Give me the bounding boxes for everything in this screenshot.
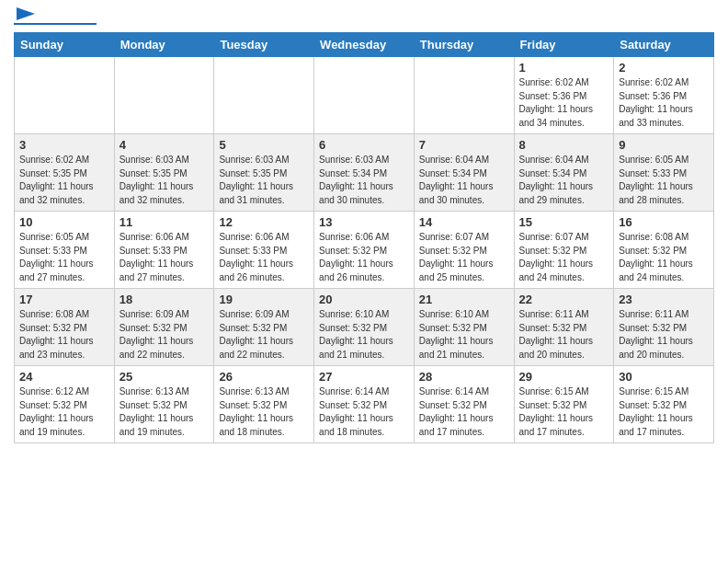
calendar-cell: 17Sunrise: 6:08 AM Sunset: 5:32 PM Dayli… [15,289,115,366]
day-number: 21 [419,293,509,306]
calendar-cell: 13Sunrise: 6:06 AM Sunset: 5:32 PM Dayli… [314,212,415,289]
calendar-cell [314,57,415,134]
calendar-cell: 28Sunrise: 6:14 AM Sunset: 5:32 PM Dayli… [414,366,514,443]
day-number: 26 [219,370,309,384]
day-number: 12 [219,215,309,229]
day-info: Sunrise: 6:13 AM Sunset: 5:32 PM Dayligh… [219,385,309,439]
day-info: Sunrise: 6:02 AM Sunset: 5:36 PM Dayligh… [519,76,609,130]
calendar-cell: 14Sunrise: 6:07 AM Sunset: 5:32 PM Dayli… [414,212,514,289]
calendar-cell: 16Sunrise: 6:08 AM Sunset: 5:32 PM Dayli… [614,212,714,289]
calendar-cell: 29Sunrise: 6:15 AM Sunset: 5:32 PM Dayli… [514,366,614,443]
day-info: Sunrise: 6:08 AM Sunset: 5:32 PM Dayligh… [19,308,109,362]
col-header-thursday: Thursday [414,33,514,57]
calendar-cell: 30Sunrise: 6:15 AM Sunset: 5:32 PM Dayli… [614,366,714,443]
calendar-cell: 11Sunrise: 6:06 AM Sunset: 5:33 PM Dayli… [114,212,214,289]
col-header-sunday: Sunday [15,33,115,57]
calendar-cell: 8Sunrise: 6:04 AM Sunset: 5:34 PM Daylig… [514,134,614,212]
day-info: Sunrise: 6:06 AM Sunset: 5:33 PM Dayligh… [219,231,309,284]
day-number: 7 [419,138,509,152]
day-info: Sunrise: 6:14 AM Sunset: 5:32 PM Dayligh… [319,385,409,439]
day-info: Sunrise: 6:02 AM Sunset: 5:35 PM Dayligh… [19,154,109,207]
day-info: Sunrise: 6:10 AM Sunset: 5:32 PM Dayligh… [419,308,509,362]
col-header-monday: Monday [114,33,214,57]
calendar-week-row: 24Sunrise: 6:12 AM Sunset: 5:32 PM Dayli… [15,366,714,443]
day-info: Sunrise: 6:06 AM Sunset: 5:33 PM Dayligh… [119,231,210,284]
day-number: 10 [19,215,109,229]
col-header-saturday: Saturday [614,33,714,57]
svg-marker-0 [17,7,35,20]
calendar-week-row: 1Sunrise: 6:02 AM Sunset: 5:36 PM Daylig… [15,57,714,134]
day-number: 19 [219,293,309,306]
calendar-cell [214,57,314,134]
calendar-cell: 24Sunrise: 6:12 AM Sunset: 5:32 PM Dayli… [15,366,115,443]
calendar-cell: 10Sunrise: 6:05 AM Sunset: 5:33 PM Dayli… [15,212,115,289]
day-info: Sunrise: 6:13 AM Sunset: 5:32 PM Dayligh… [119,385,210,439]
day-info: Sunrise: 6:09 AM Sunset: 5:32 PM Dayligh… [119,308,210,362]
day-number: 15 [519,215,609,229]
calendar-cell: 18Sunrise: 6:09 AM Sunset: 5:32 PM Dayli… [114,289,214,366]
calendar-cell: 26Sunrise: 6:13 AM Sunset: 5:32 PM Dayli… [214,366,314,443]
day-info: Sunrise: 6:08 AM Sunset: 5:32 PM Dayligh… [619,231,709,284]
calendar-cell: 7Sunrise: 6:04 AM Sunset: 5:34 PM Daylig… [414,134,514,212]
day-info: Sunrise: 6:11 AM Sunset: 5:32 PM Dayligh… [519,308,609,362]
calendar-cell: 1Sunrise: 6:02 AM Sunset: 5:36 PM Daylig… [514,57,614,134]
day-number: 13 [319,215,409,229]
day-info: Sunrise: 6:15 AM Sunset: 5:32 PM Dayligh… [619,385,709,439]
day-number: 20 [319,293,409,306]
day-info: Sunrise: 6:04 AM Sunset: 5:34 PM Dayligh… [419,154,509,207]
day-info: Sunrise: 6:11 AM Sunset: 5:32 PM Dayligh… [619,308,709,362]
page: SundayMondayTuesdayWednesdayThursdayFrid… [0,0,728,457]
calendar-cell: 9Sunrise: 6:05 AM Sunset: 5:33 PM Daylig… [614,134,714,212]
day-number: 27 [319,370,409,384]
logo-arrow-icon [17,6,35,22]
logo [14,9,97,25]
day-number: 23 [619,293,709,306]
day-info: Sunrise: 6:10 AM Sunset: 5:32 PM Dayligh… [319,308,409,362]
day-number: 4 [119,138,210,152]
calendar-week-row: 10Sunrise: 6:05 AM Sunset: 5:33 PM Dayli… [15,212,714,289]
calendar-cell: 25Sunrise: 6:13 AM Sunset: 5:32 PM Dayli… [114,366,214,443]
day-info: Sunrise: 6:03 AM Sunset: 5:34 PM Dayligh… [319,154,409,207]
day-number: 16 [619,215,709,229]
calendar-header-row: SundayMondayTuesdayWednesdayThursdayFrid… [15,33,714,57]
calendar-week-row: 3Sunrise: 6:02 AM Sunset: 5:35 PM Daylig… [15,134,714,212]
calendar-week-row: 17Sunrise: 6:08 AM Sunset: 5:32 PM Dayli… [15,289,714,366]
day-number: 9 [619,138,709,152]
calendar-cell: 27Sunrise: 6:14 AM Sunset: 5:32 PM Dayli… [314,366,415,443]
calendar-cell: 23Sunrise: 6:11 AM Sunset: 5:32 PM Dayli… [614,289,714,366]
day-info: Sunrise: 6:14 AM Sunset: 5:32 PM Dayligh… [419,385,509,439]
day-number: 11 [119,215,210,229]
calendar-cell: 5Sunrise: 6:03 AM Sunset: 5:35 PM Daylig… [214,134,314,212]
day-info: Sunrise: 6:05 AM Sunset: 5:33 PM Dayligh… [619,154,709,207]
day-number: 6 [319,138,409,152]
col-header-tuesday: Tuesday [214,33,314,57]
calendar-cell: 12Sunrise: 6:06 AM Sunset: 5:33 PM Dayli… [214,212,314,289]
calendar-table: SundayMondayTuesdayWednesdayThursdayFrid… [14,32,714,443]
day-info: Sunrise: 6:03 AM Sunset: 5:35 PM Dayligh… [219,154,309,207]
day-info: Sunrise: 6:07 AM Sunset: 5:32 PM Dayligh… [519,231,609,284]
day-number: 17 [19,293,109,306]
calendar-cell: 22Sunrise: 6:11 AM Sunset: 5:32 PM Dayli… [514,289,614,366]
day-info: Sunrise: 6:03 AM Sunset: 5:35 PM Dayligh… [119,154,210,207]
day-number: 18 [119,293,210,306]
header [14,9,714,25]
day-info: Sunrise: 6:07 AM Sunset: 5:32 PM Dayligh… [419,231,509,284]
calendar-cell: 6Sunrise: 6:03 AM Sunset: 5:34 PM Daylig… [314,134,415,212]
day-number: 24 [19,370,109,384]
day-info: Sunrise: 6:15 AM Sunset: 5:32 PM Dayligh… [519,385,609,439]
day-info: Sunrise: 6:02 AM Sunset: 5:36 PM Dayligh… [619,76,709,130]
day-info: Sunrise: 6:12 AM Sunset: 5:32 PM Dayligh… [19,385,109,439]
calendar-cell [114,57,214,134]
day-number: 14 [419,215,509,229]
day-number: 2 [619,61,709,75]
calendar-cell: 21Sunrise: 6:10 AM Sunset: 5:32 PM Dayli… [414,289,514,366]
day-number: 1 [519,61,609,75]
col-header-wednesday: Wednesday [314,33,415,57]
day-number: 30 [619,370,709,384]
calendar-cell: 15Sunrise: 6:07 AM Sunset: 5:32 PM Dayli… [514,212,614,289]
day-number: 8 [519,138,609,152]
day-info: Sunrise: 6:06 AM Sunset: 5:32 PM Dayligh… [319,231,409,284]
col-header-friday: Friday [514,33,614,57]
calendar-cell: 20Sunrise: 6:10 AM Sunset: 5:32 PM Dayli… [314,289,415,366]
day-info: Sunrise: 6:05 AM Sunset: 5:33 PM Dayligh… [19,231,109,284]
